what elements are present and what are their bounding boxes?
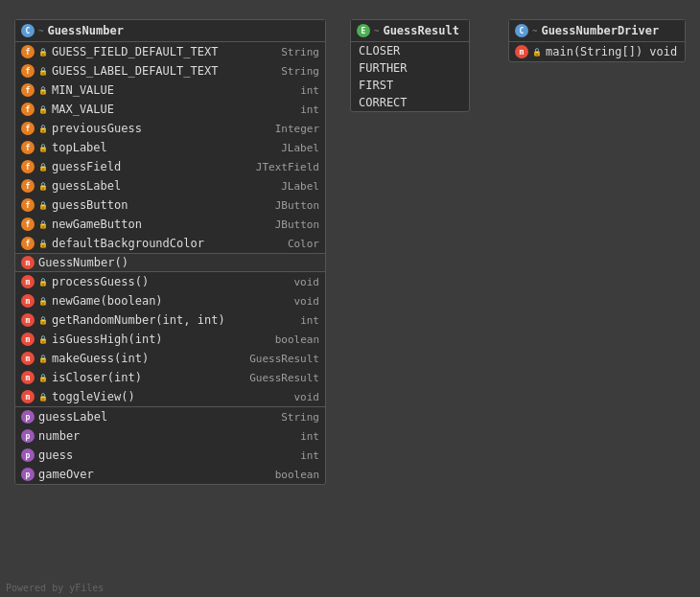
method-row[interactable]: m 🔒 main(String[]) void bbox=[509, 42, 685, 61]
guess-number-driver-title: GuessNumberDriver bbox=[541, 24, 659, 37]
guess-number-class-icon: C bbox=[21, 24, 35, 37]
field-icon: f bbox=[21, 64, 35, 78]
field-type: JLabel bbox=[281, 142, 319, 154]
method-name: isCloser(int) bbox=[52, 371, 142, 384]
property-type: String bbox=[281, 411, 319, 424]
property-type: int bbox=[300, 430, 319, 443]
field-type: int bbox=[300, 103, 319, 116]
tilde-icon: ~ bbox=[374, 26, 379, 35]
property-row[interactable]: p number int bbox=[15, 426, 325, 446]
method-type: int bbox=[300, 314, 319, 327]
method-row[interactable]: m 🔒 isGuessHigh(int) boolean bbox=[15, 330, 325, 349]
field-icon: f bbox=[21, 83, 35, 97]
method-row[interactable]: m 🔒 newGame(boolean) void bbox=[15, 291, 325, 310]
method-type: void bbox=[294, 276, 320, 288]
guess-number-header: C ~ GuessNumber bbox=[15, 20, 325, 42]
property-type: boolean bbox=[275, 469, 319, 481]
method-row[interactable]: m 🔒 getRandomNumber(int, int) int bbox=[15, 310, 325, 330]
enum-item[interactable]: FURTHER bbox=[351, 59, 469, 77]
field-type: JLabel bbox=[281, 180, 319, 193]
constructor-section-icon: m bbox=[21, 256, 35, 269]
field-type: JButton bbox=[275, 218, 319, 231]
method-row[interactable]: m 🔒 toggleView() void bbox=[15, 387, 325, 406]
method-icon: m bbox=[515, 45, 528, 58]
method-name: makeGuess(int) bbox=[52, 352, 149, 365]
method-type: void bbox=[294, 295, 320, 308]
method-icon: m bbox=[21, 352, 35, 365]
guess-number-title: GuessNumber bbox=[47, 24, 123, 37]
field-row[interactable]: f 🔒 GUESS_LABEL_DEFAULT_TEXT String bbox=[15, 61, 325, 80]
fields-section: f 🔒 GUESS_FIELD_DEFAULT_TEXT String f 🔒 … bbox=[15, 42, 325, 253]
enum-item[interactable]: CORRECT bbox=[351, 94, 469, 111]
field-name: guessLabel bbox=[52, 179, 121, 193]
property-name: guess bbox=[38, 448, 73, 462]
method-name: main(String[]) void bbox=[546, 45, 677, 58]
field-row[interactable]: f 🔒 MIN_VALUE int bbox=[15, 80, 325, 100]
enum-item[interactable]: CLOSER bbox=[351, 42, 469, 59]
guess-number-driver-class: C ~ GuessNumberDriver m 🔒 main(String[])… bbox=[508, 19, 686, 62]
field-row[interactable]: f 🔒 guessField JTextField bbox=[15, 157, 325, 176]
field-icon: f bbox=[21, 198, 35, 212]
property-type: int bbox=[300, 449, 319, 462]
field-row[interactable]: f 🔒 guessLabel JLabel bbox=[15, 176, 325, 195]
method-name: isGuessHigh(int) bbox=[52, 333, 163, 346]
field-row[interactable]: f 🔒 topLabel JLabel bbox=[15, 138, 325, 157]
field-name: topLabel bbox=[52, 141, 107, 154]
guess-result-class-icon: E bbox=[357, 24, 370, 37]
field-name: previousGuess bbox=[52, 122, 142, 135]
field-type: JButton bbox=[275, 199, 319, 212]
method-type: boolean bbox=[275, 333, 319, 346]
guess-number-class: C ~ GuessNumber f 🔒 GUESS_FIELD_DEFAULT_… bbox=[14, 19, 326, 485]
field-icon: f bbox=[21, 237, 35, 250]
field-type: int bbox=[300, 84, 319, 97]
enum-value: FURTHER bbox=[359, 61, 408, 75]
property-icon: p bbox=[21, 468, 35, 481]
property-name: gameOver bbox=[38, 468, 94, 481]
guess-number-driver-header: C ~ GuessNumberDriver bbox=[509, 20, 685, 42]
method-row[interactable]: m 🔒 makeGuess(int) GuessResult bbox=[15, 349, 325, 368]
tilde-icon: ~ bbox=[532, 26, 537, 35]
method-name: newGame(boolean) bbox=[52, 294, 163, 308]
field-type: String bbox=[281, 46, 319, 58]
field-icon: f bbox=[21, 179, 35, 193]
method-name: processGuess() bbox=[52, 275, 149, 288]
enum-item[interactable]: FIRST bbox=[351, 77, 469, 94]
method-type: void bbox=[294, 391, 320, 403]
method-icon: m bbox=[21, 294, 35, 308]
enum-value: CORRECT bbox=[359, 96, 408, 109]
field-icon: f bbox=[21, 160, 35, 173]
field-name: MIN_VALUE bbox=[52, 83, 114, 97]
field-name: newGameButton bbox=[52, 218, 142, 231]
field-row[interactable]: f 🔒 defaultBackgroundColor Color bbox=[15, 234, 325, 253]
constructors-section: m GuessNumber() bbox=[15, 254, 325, 271]
field-name: guessField bbox=[52, 160, 121, 173]
guess-result-class: E ~ GuessResult CLOSER FURTHER FIRST COR… bbox=[350, 19, 470, 112]
field-name: GUESS_FIELD_DEFAULT_TEXT bbox=[52, 45, 218, 58]
method-icon: m bbox=[21, 333, 35, 346]
method-row[interactable]: m 🔒 isCloser(int) GuessResult bbox=[15, 368, 325, 387]
field-row[interactable]: f 🔒 MAX_VALUE int bbox=[15, 100, 325, 119]
field-name: MAX_VALUE bbox=[52, 103, 114, 116]
property-name: guessLabel bbox=[38, 410, 107, 424]
field-type: Color bbox=[288, 238, 319, 250]
property-row[interactable]: p guessLabel String bbox=[15, 407, 325, 426]
method-name: getRandomNumber(int, int) bbox=[52, 313, 225, 327]
field-row[interactable]: f 🔒 previousGuess Integer bbox=[15, 119, 325, 138]
field-type: String bbox=[281, 65, 319, 78]
property-row[interactable]: p guess int bbox=[15, 446, 325, 465]
field-row[interactable]: f 🔒 newGameButton JButton bbox=[15, 215, 325, 234]
field-row[interactable]: f 🔒 guessButton JButton bbox=[15, 195, 325, 215]
enum-value: CLOSER bbox=[359, 44, 400, 57]
enum-items-section: CLOSER FURTHER FIRST CORRECT bbox=[351, 42, 469, 111]
field-row[interactable]: f 🔒 GUESS_FIELD_DEFAULT_TEXT String bbox=[15, 42, 325, 61]
method-type: GuessResult bbox=[249, 353, 319, 365]
driver-methods-section: m 🔒 main(String[]) void bbox=[509, 42, 685, 61]
property-icon: p bbox=[21, 410, 35, 424]
field-icon: f bbox=[21, 218, 35, 231]
method-icon: m bbox=[21, 371, 35, 384]
property-row[interactable]: p gameOver boolean bbox=[15, 465, 325, 484]
method-row[interactable]: m 🔒 processGuess() void bbox=[15, 272, 325, 291]
constructor-label: GuessNumber() bbox=[38, 256, 128, 269]
property-icon: p bbox=[21, 429, 35, 443]
field-icon: f bbox=[21, 103, 35, 116]
